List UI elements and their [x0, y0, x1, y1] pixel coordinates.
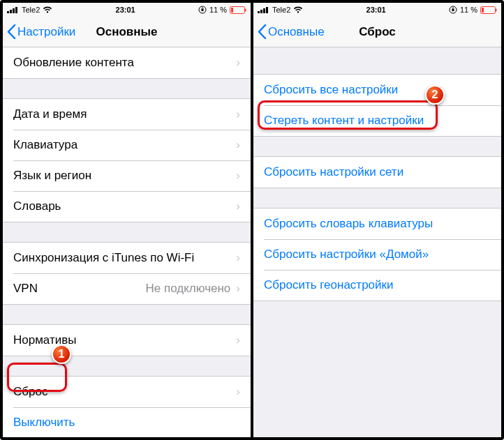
svg-rect-14 [452, 9, 454, 11]
carrier-label: Tele2 [272, 6, 290, 14]
svg-rect-1 [10, 10, 12, 13]
row-label: Обновление контента [13, 56, 236, 70]
status-bar: Tele2 23:01 11 % [3, 3, 251, 17]
row-label: Сбросить геонастройки [264, 278, 491, 292]
svg-rect-0 [7, 11, 9, 13]
row-label: Сброс [13, 385, 236, 399]
row-value: Не подключено [146, 282, 231, 296]
back-button[interactable]: Основные [253, 24, 325, 39]
svg-rect-2 [13, 8, 15, 13]
row-content-update[interactable]: Обновление контента › [3, 47, 251, 78]
back-label: Настройки [17, 25, 75, 39]
clock: 23:01 [366, 6, 386, 14]
chevron-right-icon: › [236, 251, 240, 265]
chevron-right-icon: › [236, 138, 240, 152]
svg-rect-10 [260, 10, 262, 13]
row-keyboard[interactable]: Клавиатура › [3, 130, 251, 160]
svg-rect-9 [258, 11, 260, 13]
row-label: Словарь [13, 199, 236, 213]
clock: 23:01 [116, 6, 135, 14]
row-label: Сбросить настройки сети [264, 165, 491, 179]
wifi-icon [43, 6, 52, 13]
row-reset-home[interactable]: Сбросить настройки «Домой» [253, 239, 501, 270]
chevron-right-icon: › [236, 199, 240, 213]
orientation-lock-icon [449, 6, 457, 14]
row-itunes-wifi[interactable]: Синхронизация с iTunes по Wi-Fi › [3, 243, 251, 273]
chevron-right-icon: › [236, 107, 240, 121]
svg-rect-11 [263, 8, 265, 13]
row-label: Сбросить словарь клавиатуры [264, 217, 491, 231]
row-reset-location[interactable]: Сбросить геонастройки [253, 270, 501, 301]
chevron-right-icon: › [236, 282, 240, 296]
nav-bar: Настройки Основные [3, 17, 251, 47]
signal-icon [258, 6, 269, 13]
status-bar: Tele2 23:01 11 % [253, 3, 501, 17]
svg-rect-16 [482, 8, 484, 13]
row-label: Нормативы [13, 333, 236, 347]
row-label: VPN [13, 282, 146, 296]
row-shutdown[interactable]: Выключить [3, 407, 251, 437]
back-label: Основные [268, 25, 325, 39]
svg-rect-5 [201, 9, 203, 11]
chevron-right-icon: › [236, 169, 240, 183]
row-label: Выключить [13, 416, 240, 430]
chevron-left-icon [258, 24, 267, 39]
row-regulatory[interactable]: Нормативы › [3, 325, 251, 356]
wifi-icon [293, 6, 303, 13]
signal-icon [7, 6, 19, 13]
row-reset-network[interactable]: Сбросить настройки сети [253, 157, 501, 188]
battery-icon [480, 6, 497, 14]
nav-bar: Основные Сброс [253, 17, 501, 47]
row-label: Язык и регион [13, 169, 236, 183]
row-date-time[interactable]: Дата и время › [3, 99, 251, 130]
row-label: Клавиатура [13, 138, 236, 152]
content: Сбросить все настройки Стереть контент и… [253, 47, 501, 437]
orientation-lock-icon [198, 6, 207, 14]
row-label: Синхронизация с iTunes по Wi-Fi [13, 251, 236, 265]
row-dictionary[interactable]: Словарь › [3, 191, 251, 222]
content: Обновление контента › Дата и время › Кла… [3, 47, 251, 437]
svg-rect-7 [231, 8, 233, 13]
svg-rect-8 [245, 8, 246, 11]
row-label: Сбросить все настройки [264, 83, 491, 97]
phone-left: Tele2 23:01 11 % Настройки Осн [3, 3, 251, 437]
chevron-right-icon: › [236, 56, 240, 70]
svg-rect-17 [496, 8, 497, 11]
chevron-left-icon [7, 24, 16, 39]
carrier-label: Tele2 [22, 6, 40, 14]
row-label: Сбросить настройки «Домой» [264, 248, 491, 261]
row-reset-keyboard-dict[interactable]: Сбросить словарь клавиатуры [253, 208, 501, 239]
chevron-right-icon: › [236, 333, 240, 347]
svg-rect-3 [15, 7, 17, 13]
battery-pct: 11 % [209, 6, 227, 14]
battery-icon [230, 6, 246, 14]
row-vpn[interactable]: VPN Не подключено › [3, 273, 251, 304]
row-reset-all[interactable]: Сбросить все настройки [253, 75, 501, 105]
back-button[interactable]: Настройки [3, 24, 75, 39]
battery-pct: 11 % [460, 6, 477, 14]
row-erase-content[interactable]: Стереть контент и настройки [253, 105, 501, 136]
phone-right: Tele2 23:01 11 % Основные Сбро [253, 3, 501, 437]
chevron-right-icon: › [236, 385, 240, 399]
row-label: Дата и время [13, 107, 236, 121]
row-language-region[interactable]: Язык и регион › [3, 160, 251, 191]
svg-rect-12 [266, 7, 268, 13]
row-label: Стереть контент и настройки [264, 114, 491, 128]
row-reset[interactable]: Сброс › [3, 377, 251, 407]
